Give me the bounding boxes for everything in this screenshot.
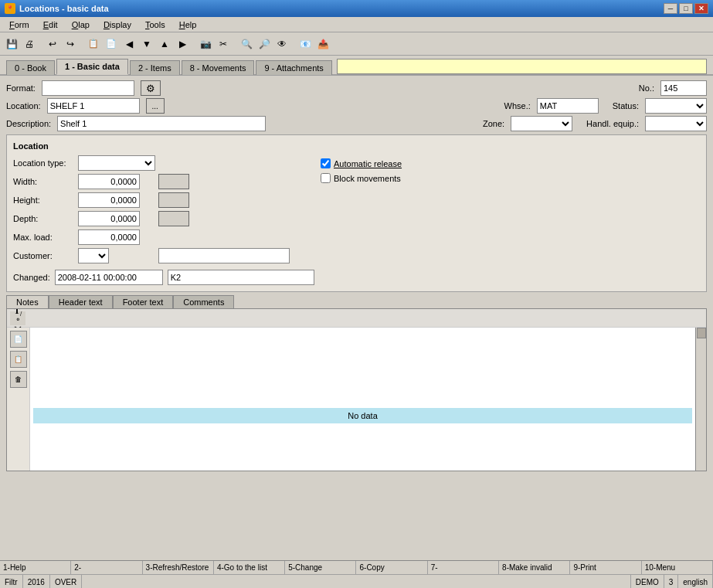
block-movements-row: Block movements [321, 173, 402, 183]
notes-tab-notes[interactable]: Notes [6, 295, 49, 308]
loc-type-dropdown[interactable] [78, 155, 155, 171]
depth-input[interactable] [78, 211, 140, 226]
tab-movements[interactable]: 8 - Movements [182, 60, 255, 75]
width-unit-btn[interactable] [158, 174, 189, 189]
customer-label: Customer: [13, 251, 75, 260]
loc-left: Location type: Width: Height: Depth: Max… [13, 155, 290, 263]
menu-help[interactable]: Help [173, 19, 203, 31]
customer-dropdown[interactable] [78, 248, 109, 263]
status-lang: english [678, 575, 713, 588]
main-tab-bar: 0 - Book 1 - Basic data 2 - Items 8 - Mo… [0, 56, 713, 76]
tb-camera[interactable]: 📷 [197, 36, 214, 53]
title-bar: 📍 Locations - basic data ─ □ ✕ [0, 0, 713, 17]
status-f6[interactable]: 6-Copy [356, 561, 427, 574]
tb-export[interactable]: 📤 [314, 36, 331, 53]
status-year: 2016 [23, 575, 50, 588]
menu-edit[interactable]: Edit [37, 19, 64, 31]
maxload-input[interactable] [78, 229, 140, 245]
status-dropdown[interactable] [645, 98, 707, 114]
auto-release-row: Automatic release [321, 158, 402, 168]
customer-input[interactable] [158, 248, 290, 263]
tb-scissors[interactable]: ✂ [215, 36, 232, 53]
height-unit-btn[interactable] [158, 192, 189, 208]
status-demo: DEMO [631, 575, 664, 588]
height-input[interactable] [78, 192, 140, 208]
status-f7[interactable]: 7- [428, 561, 499, 574]
status-f5[interactable]: 5-Change [285, 561, 356, 574]
menu-olap[interactable]: Olap [66, 19, 96, 31]
tb-save[interactable]: 💾 [3, 36, 20, 53]
width-input[interactable] [78, 174, 140, 189]
format-input[interactable] [42, 80, 134, 96]
menu-form[interactable]: Form [3, 19, 36, 31]
tb-next[interactable]: ▶ [174, 36, 191, 53]
menu-tools[interactable]: Tools [139, 19, 171, 31]
zone-label: Zone: [483, 119, 504, 128]
description-label: Description: [6, 119, 51, 128]
auto-release-label[interactable]: Automatic release [334, 159, 402, 168]
notes-tab-header[interactable]: Header text [49, 295, 113, 308]
status-over: OVER [50, 575, 82, 588]
status-f10[interactable]: 10-Menu [642, 561, 713, 574]
auto-release-checkbox[interactable] [321, 158, 331, 168]
status-filtr: Filtr [0, 575, 23, 588]
minimize-button[interactable]: ─ [664, 3, 677, 14]
tb-down[interactable]: ▼ [138, 36, 155, 53]
tb-search2[interactable]: 🔎 [256, 36, 273, 53]
location-input[interactable] [47, 98, 140, 114]
tb-email[interactable]: 📧 [297, 36, 314, 53]
notes-tab-footer[interactable]: Footer text [113, 295, 174, 308]
no-input[interactable] [660, 80, 707, 96]
handl-label: Handl. equip.: [586, 119, 639, 128]
window-controls: ─ □ ✕ [664, 3, 708, 14]
zone-dropdown[interactable] [511, 116, 572, 131]
status-f3[interactable]: 3-Refresh/Restore [143, 561, 214, 574]
notes-del-btn[interactable]: 🗑 [10, 371, 27, 388]
status-f4[interactable]: 4-Go to the list [214, 561, 285, 574]
description-input[interactable] [57, 116, 266, 131]
menu-display[interactable]: Display [97, 19, 138, 31]
notes-tab-comments[interactable]: Comments [173, 295, 234, 308]
tb-redo[interactable]: ↪ [62, 36, 79, 53]
changed-row: Changed: [13, 270, 700, 285]
tb-prev[interactable]: ◀ [121, 36, 138, 53]
notes-left-panel: 📄 📋 🗑 [7, 328, 30, 471]
close-button[interactable]: ✕ [694, 3, 708, 14]
maximize-button[interactable]: □ [679, 3, 693, 14]
status-f9[interactable]: 9-Print [570, 561, 641, 574]
status-f8[interactable]: 8-Make invalid [499, 561, 570, 574]
tb-search1[interactable]: 🔍 [238, 36, 255, 53]
gear-button[interactable]: ⚙ [141, 80, 161, 96]
block-movements-checkbox[interactable] [321, 173, 331, 183]
main-content: Format: ⚙ No.: Location: ... Whse.: Stat… [0, 76, 713, 476]
tab-book[interactable]: 0 - Book [6, 60, 55, 75]
tab-basic-data[interactable]: 1 - Basic data [56, 59, 128, 75]
notes-scrollbar[interactable] [695, 328, 706, 471]
tb-up[interactable]: ▲ [156, 36, 173, 53]
tb-search3[interactable]: 👁 [273, 36, 290, 53]
status-bar: 1-Help 2- 3-Refresh/Restore 4-Go to the … [0, 560, 713, 588]
tab-attachments[interactable]: 9 - Attachments [256, 60, 331, 75]
tab-items[interactable]: 2 - Items [130, 60, 180, 75]
format-label: Format: [6, 83, 36, 93]
location-section: Location Location type: Width: Height: D… [6, 134, 707, 292]
tb-print[interactable]: 🖨 [21, 36, 38, 53]
status-f1[interactable]: 1-Help [0, 561, 71, 574]
handl-dropdown[interactable] [645, 116, 707, 131]
depth-unit-btn[interactable] [158, 211, 189, 226]
notes-add-btn[interactable]: 📄 [10, 331, 27, 348]
tb-copy[interactable]: 📋 [85, 36, 102, 53]
status-f2[interactable]: 2- [71, 561, 142, 574]
changed-date-input[interactable] [55, 270, 163, 285]
location-browse-btn[interactable]: ... [146, 98, 165, 114]
status-row2: Filtr 2016 OVER DEMO 3 english [0, 575, 713, 588]
notes-text-btn[interactable]: T/₃⁰₄ [10, 311, 25, 325]
whse-input[interactable] [537, 98, 599, 114]
scrollbar-thumb[interactable] [697, 328, 706, 338]
loc-type-label: Location type: [13, 158, 75, 168]
notes-copy-btn[interactable]: 📋 [10, 351, 27, 368]
maxload-label: Max. load: [13, 233, 75, 242]
tb-paste[interactable]: 📄 [103, 36, 120, 53]
tb-undo[interactable]: ↩ [44, 36, 61, 53]
changed-by-input[interactable] [168, 270, 314, 285]
